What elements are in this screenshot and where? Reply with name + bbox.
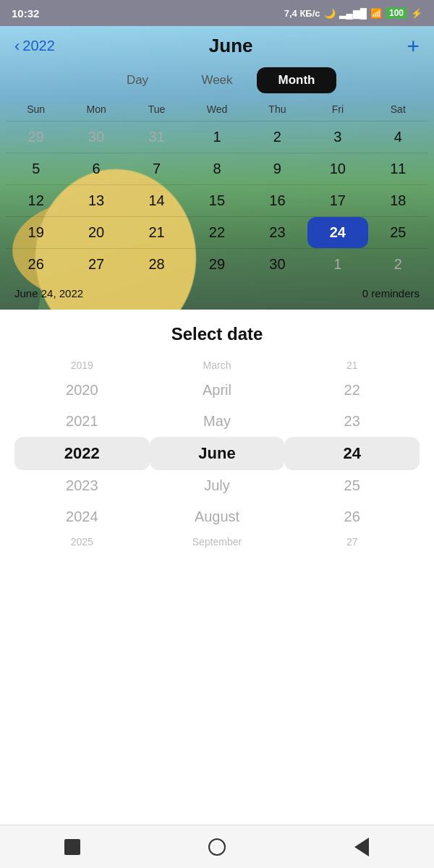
day-picker-col: 21 22 23 24 25 26 27 xyxy=(284,356,420,551)
day-21[interactable]: 21 xyxy=(284,356,420,375)
add-event-button[interactable]: + xyxy=(407,35,420,57)
cal-day-3[interactable]: 3 xyxy=(307,122,367,153)
view-day-button[interactable]: Day xyxy=(98,67,177,93)
cal-day-14[interactable]: 14 xyxy=(127,185,187,216)
header-mon: Mon xyxy=(66,101,126,118)
cal-day-2[interactable]: 2 xyxy=(247,122,307,153)
cal-day-6[interactable]: 6 xyxy=(66,153,126,184)
cal-day-9[interactable]: 9 xyxy=(247,153,307,184)
day-22[interactable]: 22 xyxy=(284,375,420,406)
calendar-week-4: 19 20 21 22 23 24 25 xyxy=(0,217,434,248)
cal-day-8[interactable]: 8 xyxy=(187,153,247,184)
moon-icon: 🌙 xyxy=(324,8,336,19)
cal-day-13[interactable]: 13 xyxy=(66,185,126,216)
cal-day-7[interactable]: 7 xyxy=(127,153,187,184)
calendar-week-2: 5 6 7 8 9 10 11 xyxy=(0,153,434,184)
cal-day-2-next[interactable]: 2 xyxy=(368,249,428,280)
day-27[interactable]: 27 xyxy=(284,532,420,551)
year-picker-col: 2019 2020 2021 2022 2023 2024 2025 xyxy=(14,356,150,551)
cal-day-17[interactable]: 17 xyxy=(307,185,367,216)
cal-day-25[interactable]: 25 xyxy=(368,217,428,248)
cal-day-22[interactable]: 22 xyxy=(187,217,247,248)
cal-day-26[interactable]: 26 xyxy=(6,249,66,280)
cal-day-10[interactable]: 10 xyxy=(307,153,367,184)
cal-day-19[interactable]: 19 xyxy=(6,217,66,248)
calendar-content: ‹ 2022 June + Day Week Month Sun Mon Tue… xyxy=(0,26,434,302)
status-bar: 10:32 7,4 КБ/с 🌙 ▂▄▆█ 📶 100 ⚡ xyxy=(0,0,434,26)
day-26[interactable]: 26 xyxy=(284,501,420,532)
calendar-section: ‹ 2022 June + Day Week Month Sun Mon Tue… xyxy=(0,26,434,310)
month-september[interactable]: September xyxy=(150,532,285,551)
year-2022[interactable]: 2022 xyxy=(14,437,150,470)
month-march[interactable]: March xyxy=(150,356,285,375)
signal-icon: ▂▄▆█ xyxy=(339,8,367,19)
nav-spacer xyxy=(0,551,434,609)
charge-icon: ⚡ xyxy=(411,8,422,19)
cal-day-1[interactable]: 1 xyxy=(187,122,247,153)
cal-day-21[interactable]: 21 xyxy=(127,217,187,248)
day-23[interactable]: 23 xyxy=(284,406,420,437)
header-sun: Sun xyxy=(6,101,66,118)
cal-day-28[interactable]: 28 xyxy=(127,249,187,280)
month-june[interactable]: June xyxy=(150,437,285,470)
cal-day-5[interactable]: 5 xyxy=(6,153,66,184)
cal-day-16[interactable]: 16 xyxy=(247,185,307,216)
month-may[interactable]: May xyxy=(150,406,285,437)
calendar-week-5: 26 27 28 29 30 1 2 xyxy=(0,249,434,280)
year-2023[interactable]: 2023 xyxy=(14,470,150,501)
cal-day-29[interactable]: 29 xyxy=(187,249,247,280)
cal-day-4[interactable]: 4 xyxy=(368,122,428,153)
battery-icon: 100 xyxy=(386,7,407,19)
stop-button[interactable] xyxy=(59,834,85,860)
calendar-header: ‹ 2022 June + xyxy=(0,26,434,64)
cal-day-11[interactable]: 11 xyxy=(368,153,428,184)
stop-icon xyxy=(64,839,80,855)
cal-day-30[interactable]: 30 xyxy=(247,249,307,280)
day-25[interactable]: 25 xyxy=(284,470,420,501)
cal-day-24-selected[interactable]: 24 xyxy=(307,217,367,248)
month-title: June xyxy=(209,35,253,57)
view-month-button[interactable]: Month xyxy=(257,67,336,93)
month-picker-col: March April May June July August Septemb… xyxy=(150,356,285,551)
year-2020[interactable]: 2020 xyxy=(14,375,150,406)
cal-day-12[interactable]: 12 xyxy=(6,185,66,216)
back-icon xyxy=(354,838,369,856)
header-wed: Wed xyxy=(187,101,247,118)
year-2019[interactable]: 2019 xyxy=(14,356,150,375)
cal-day-1-next[interactable]: 1 xyxy=(307,249,367,280)
header-tue: Tue xyxy=(127,101,187,118)
reminders-label: 0 reminders xyxy=(362,287,420,299)
day-24[interactable]: 24 xyxy=(284,437,420,470)
header-fri: Fri xyxy=(307,101,367,118)
calendar-week-3: 12 13 14 15 16 17 18 xyxy=(0,185,434,216)
month-august[interactable]: August xyxy=(150,501,285,532)
back-year-label: 2022 xyxy=(22,38,55,54)
view-toggle: Day Week Month xyxy=(14,67,420,93)
chevron-left-icon: ‹ xyxy=(14,37,20,56)
cal-day-27[interactable]: 27 xyxy=(66,249,126,280)
cal-day-30-prev[interactable]: 30 xyxy=(66,122,126,153)
year-2025[interactable]: 2025 xyxy=(14,532,150,551)
year-2024[interactable]: 2024 xyxy=(14,501,150,532)
home-icon xyxy=(208,838,226,856)
cal-day-23[interactable]: 23 xyxy=(247,217,307,248)
home-button[interactable] xyxy=(204,834,230,860)
back-button-nav[interactable] xyxy=(349,834,375,860)
day-headers: Sun Mon Tue Wed Thu Fri Sat xyxy=(0,101,434,118)
cal-day-31-prev[interactable]: 31 xyxy=(127,122,187,153)
select-date-title: Select date xyxy=(0,324,434,344)
calendar-week-1: 29 30 31 1 2 3 4 xyxy=(0,122,434,153)
wifi-icon: 📶 xyxy=(370,8,382,19)
view-week-button[interactable]: Week xyxy=(177,67,257,93)
selected-date-label: June 24, 2022 xyxy=(14,287,83,299)
cal-day-18[interactable]: 18 xyxy=(368,185,428,216)
cal-day-15[interactable]: 15 xyxy=(187,185,247,216)
month-april[interactable]: April xyxy=(150,375,285,406)
cal-day-29-prev[interactable]: 29 xyxy=(6,122,66,153)
back-button[interactable]: ‹ 2022 xyxy=(14,37,55,56)
year-2021[interactable]: 2021 xyxy=(14,406,150,437)
cal-day-20[interactable]: 20 xyxy=(66,217,126,248)
month-july[interactable]: July xyxy=(150,470,285,501)
calendar-info-row: June 24, 2022 0 reminders xyxy=(0,280,434,302)
header-sat: Sat xyxy=(368,101,428,118)
